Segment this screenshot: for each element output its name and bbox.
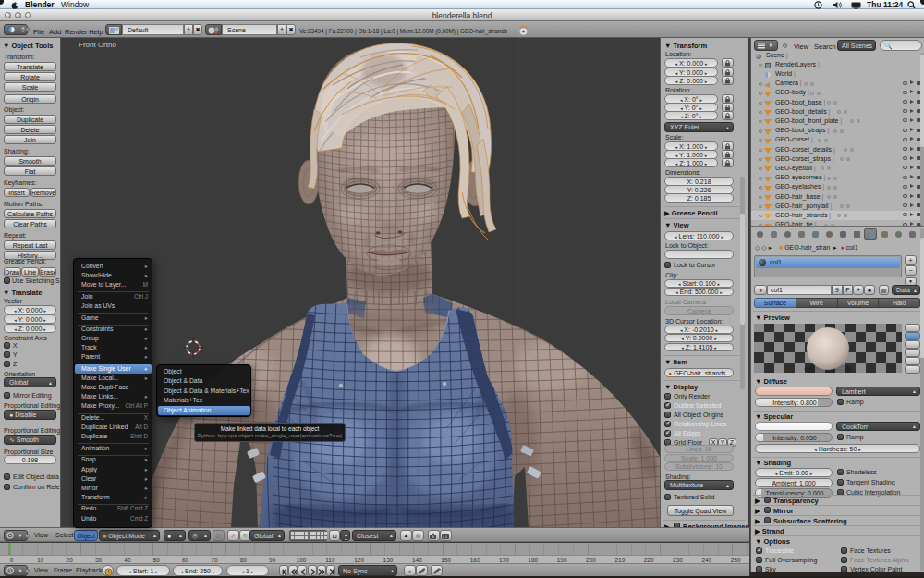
svg-text:Front Ortho: Front Ortho xyxy=(79,41,116,49)
